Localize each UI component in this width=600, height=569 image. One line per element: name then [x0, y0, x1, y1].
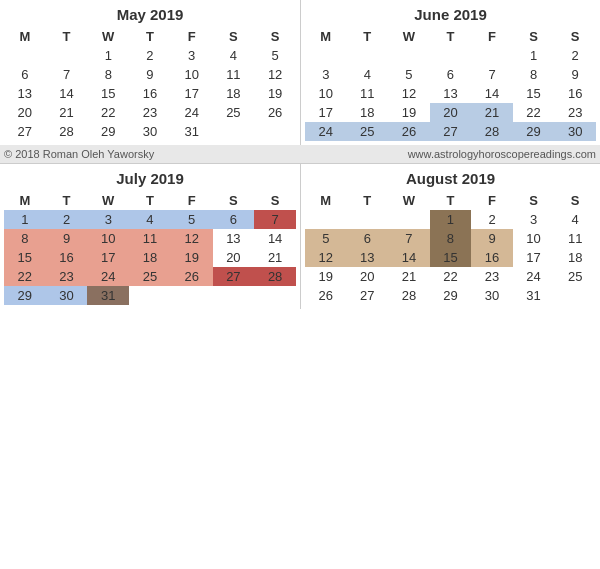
- july-h-t2: T: [129, 191, 171, 210]
- may-d: 3: [171, 46, 213, 65]
- table-row: 10111213141516: [305, 84, 596, 103]
- july-d-22: 22: [4, 267, 46, 286]
- june-d-20: 20: [430, 103, 472, 122]
- july-h-w: W: [87, 191, 129, 210]
- june-d: 12: [388, 84, 430, 103]
- table-row: 1 2 3 4 5 6 7: [4, 210, 296, 229]
- may-h-t1: T: [46, 27, 88, 46]
- may-d: 24: [171, 103, 213, 122]
- june-d: 14: [471, 84, 513, 103]
- june-h-t1: T: [347, 27, 389, 46]
- july-d-18: 18: [129, 248, 171, 267]
- may-d: 23: [129, 103, 171, 122]
- june-d: 8: [513, 65, 555, 84]
- may-title: May 2019: [4, 6, 296, 23]
- aug-d-8: 8: [430, 229, 472, 248]
- table-row: 29 30 31: [4, 286, 296, 305]
- june-d: 2: [554, 46, 596, 65]
- june-d: 17: [305, 103, 347, 122]
- august-header-row: M T W T F S S: [305, 191, 596, 210]
- table-row: 19 20 21 22 23 24 25: [305, 267, 596, 286]
- may-h-t2: T: [129, 27, 171, 46]
- july-d-8: 8: [4, 229, 46, 248]
- may-d: 27: [4, 122, 46, 141]
- june-d: 1: [513, 46, 555, 65]
- august-table: M T W T F S S 1: [305, 191, 596, 305]
- july-h-s2: S: [254, 191, 296, 210]
- june-header-row: M T W T F S S: [305, 27, 596, 46]
- june-d-21: 21: [471, 103, 513, 122]
- june-d: 9: [554, 65, 596, 84]
- aug-d-19: 19: [305, 267, 347, 286]
- table-row: 12 13 14 15 16 17 18: [305, 248, 596, 267]
- july-d-6: 6: [213, 210, 255, 229]
- june-h-s2: S: [554, 27, 596, 46]
- may-d: 5: [254, 46, 296, 65]
- july-table: M T W T F S S 1 2 3 4: [4, 191, 296, 305]
- july-h-t1: T: [46, 191, 88, 210]
- aug-d-22: 22: [430, 267, 472, 286]
- aug-d-26: 26: [305, 286, 347, 305]
- aug-d-11: 11: [554, 229, 596, 248]
- may-d: 13: [4, 84, 46, 103]
- june-h-f: F: [471, 27, 513, 46]
- may-calendar: May 2019 M T W T F S S 12345 6789101112: [0, 0, 300, 145]
- june-calendar: June 2019 M T W T F S S 12 3456789: [300, 0, 600, 145]
- may-header-row: M T W T F S S: [4, 27, 296, 46]
- august-calendar: August 2019 M T W T F S S: [300, 163, 600, 309]
- may-h-s1: S: [213, 27, 255, 46]
- aug-d-18: 18: [554, 248, 596, 267]
- table-row: 2728293031: [4, 122, 296, 141]
- july-d-15: 15: [4, 248, 46, 267]
- aug-h-s2: S: [554, 191, 596, 210]
- aug-d-17: 17: [513, 248, 555, 267]
- june-d: 23: [554, 103, 596, 122]
- table-row: 24252627282930: [305, 122, 596, 141]
- may-h-w: W: [87, 27, 129, 46]
- june-d: [347, 46, 389, 65]
- july-d-17: 17: [87, 248, 129, 267]
- june-h-w: W: [388, 27, 430, 46]
- aug-d-25: 25: [554, 267, 596, 286]
- june-d: 7: [471, 65, 513, 84]
- aug-d-10: 10: [513, 229, 555, 248]
- bottom-row: July 2019 M T W T F S S 1: [0, 163, 600, 309]
- july-d-e3: [213, 286, 255, 305]
- july-d-24: 24: [87, 267, 129, 286]
- aug-d-31: 31: [513, 286, 555, 305]
- may-d: [213, 122, 255, 141]
- may-d: 7: [46, 65, 88, 84]
- aug-h-w: W: [388, 191, 430, 210]
- july-d-25: 25: [129, 267, 171, 286]
- june-d: 18: [347, 103, 389, 122]
- calendar-container: May 2019 M T W T F S S 12345 6789101112: [0, 0, 600, 309]
- july-d-12: 12: [171, 229, 213, 248]
- top-row: May 2019 M T W T F S S 12345 6789101112: [0, 0, 600, 145]
- june-d: 28: [471, 122, 513, 141]
- june-h-s1: S: [513, 27, 555, 46]
- july-d-1: 1: [4, 210, 46, 229]
- june-d: 4: [347, 65, 389, 84]
- aug-d-27: 27: [347, 286, 389, 305]
- july-h-f: F: [171, 191, 213, 210]
- may-d: 30: [129, 122, 171, 141]
- table-row: 13141516171819: [4, 84, 296, 103]
- july-d-10: 10: [87, 229, 129, 248]
- july-d-16: 16: [46, 248, 88, 267]
- june-d: [388, 46, 430, 65]
- july-d-2: 2: [46, 210, 88, 229]
- july-d-4: 4: [129, 210, 171, 229]
- table-row: 5 6 7 8 9 10 11: [305, 229, 596, 248]
- june-d: 5: [388, 65, 430, 84]
- aug-d-29: 29: [430, 286, 472, 305]
- july-d-e4: [254, 286, 296, 305]
- table-row: 12345: [4, 46, 296, 65]
- may-d: 29: [87, 122, 129, 141]
- aug-d-24: 24: [513, 267, 555, 286]
- july-d-e2: [171, 286, 213, 305]
- aug-d-14: 14: [388, 248, 430, 267]
- aug-d-30: 30: [471, 286, 513, 305]
- may-d: 25: [213, 103, 255, 122]
- aug-d-3: 3: [513, 210, 555, 229]
- july-d-7: 7: [254, 210, 296, 229]
